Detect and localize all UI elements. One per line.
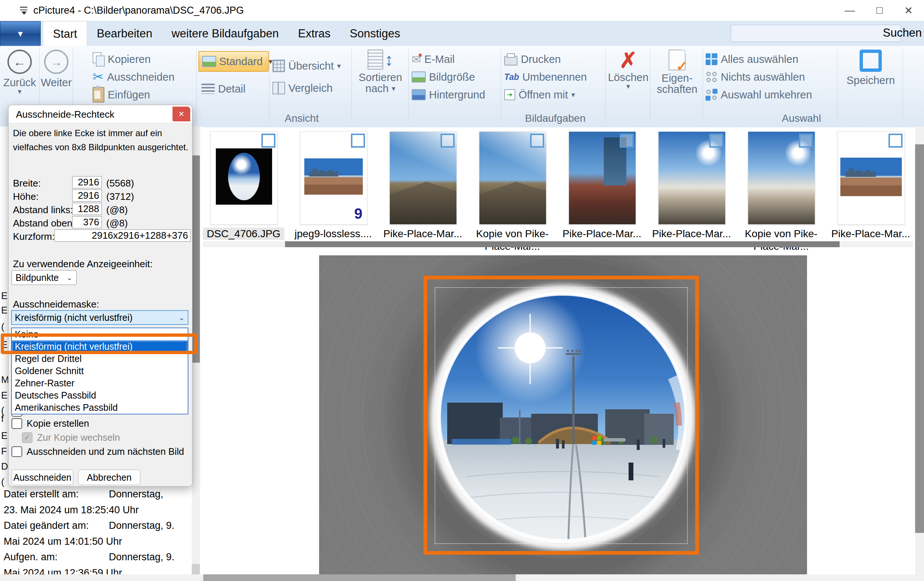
thumbnail-checkbox[interactable]	[530, 133, 544, 148]
picture-icon	[412, 71, 426, 82]
properties-button[interactable]: ✓ Eigen- schaften	[652, 49, 703, 95]
open-with-button[interactable]: ➜ Öffnen mit ▾	[504, 87, 575, 103]
thumbnail-pike-3[interactable]: Pike-Place-Mar...	[658, 132, 725, 240]
mask-option-drittel[interactable]: Regel der Drittel	[12, 353, 188, 365]
ribbon-separator	[650, 49, 650, 123]
copy-button[interactable]: Kopieren	[92, 51, 151, 67]
thumbnail-dsc4706[interactable]: DSC_4706.JPG	[210, 132, 277, 240]
crop-rectangle[interactable]	[424, 276, 699, 555]
back-button[interactable]: ← Zurück ▾	[0, 49, 39, 95]
close-icon[interactable]: ✕	[904, 5, 913, 16]
mask-combobox[interactable]: Kreisförmig (nicht verlustfrei) ⌄	[11, 310, 188, 325]
forward-label: Weiter	[41, 77, 71, 88]
mask-option-goldener-schnitt[interactable]: Goldener Schnitt	[12, 365, 188, 377]
ribbon-separator	[605, 49, 606, 123]
cut-button[interactable]: ✂ Ausschneiden	[92, 69, 174, 85]
main-vertical-scrollbar[interactable]	[915, 127, 924, 574]
app-menu-button[interactable]: ▼	[0, 21, 41, 47]
mask-option-amerikanisches-passbild[interactable]: Amerikanisches Passbild	[12, 402, 188, 414]
offset-left-field[interactable]	[72, 203, 102, 215]
thumbnail-kopie-1[interactable]: Kopie von Pike-Place-Mar...	[479, 132, 546, 253]
offset-top-field[interactable]	[72, 216, 102, 228]
checkbox-icon[interactable]	[12, 418, 22, 429]
mask-option-keine[interactable]: Keine	[12, 328, 188, 341]
checkbox-zur-kopie-wechseln[interactable]: ✓ Zur Kopie wechseln	[22, 431, 120, 444]
email-button[interactable]: ✉ E-Mail	[412, 51, 455, 67]
thumbnail-pike-2[interactable]: Pike-Place-Mar...	[569, 132, 635, 240]
main-horizontal-scrollbar-thumb[interactable]	[203, 574, 516, 581]
save-button[interactable]: Speichern	[840, 49, 902, 86]
mask-option-deutsches-passbild[interactable]: Deutsches Passbild	[12, 389, 188, 402]
search-area: Suchen	[728, 21, 924, 46]
view-overview-button[interactable]: Übersicht ▾	[272, 58, 341, 74]
view-standard-button[interactable]: Standard ▾	[198, 51, 269, 72]
crop-confirm-button[interactable]: Ausschneiden	[12, 470, 73, 485]
info-panel-scrollbar-thumb[interactable]	[192, 155, 200, 363]
thumbnail-kopie-2[interactable]: Kopie von Pike-Place-Mar...	[748, 132, 814, 253]
tab-start[interactable]: Start	[43, 21, 87, 46]
view-compare-button[interactable]: Vergleich	[272, 80, 332, 96]
thumbnail-scrollbar[interactable]	[203, 241, 913, 247]
tab-extras[interactable]: Extras	[289, 21, 340, 46]
search-input[interactable]	[731, 25, 901, 42]
height-field[interactable]	[72, 189, 102, 202]
mask-option-kreisfoermig[interactable]: Kreisförmig (nicht verlustfrei)	[12, 341, 188, 353]
main-horizontal-scrollbar[interactable]	[0, 574, 924, 581]
open-with-icon: ➜	[504, 89, 515, 100]
dialog-intro-line2: vielfaches von 8x8 Bildpunkten ausgerich…	[13, 142, 188, 153]
tab-sonstiges[interactable]: Sonstiges	[340, 21, 410, 46]
unit-select[interactable]: Bildpunkte ⌄	[12, 270, 77, 285]
thumbnail-checkbox[interactable]	[441, 133, 455, 148]
thumbnail-jpeg9[interactable]: 9 jpeg9-lossless....	[300, 132, 366, 240]
width-field[interactable]	[72, 176, 102, 188]
mask-option-zehner-raster[interactable]: Zehner-Raster	[12, 377, 188, 389]
checkbox-checked-icon[interactable]: ✓	[22, 432, 33, 443]
thumbnail-pike-1[interactable]: Pike-Place-Mar...	[389, 132, 456, 240]
standard-label: Standard	[219, 56, 263, 68]
search-button[interactable]: Suchen	[883, 26, 922, 40]
cancel-button[interactable]: Abbrechen	[78, 470, 140, 485]
tab-weitere-bildaufgaben[interactable]: weitere Bildaufgaben	[162, 21, 289, 46]
image-size-button[interactable]: Bildgröße	[412, 69, 475, 85]
select-none-button[interactable]: Nichts auswählen	[706, 69, 805, 85]
scissors-icon: ✂	[92, 69, 104, 85]
checkbox-naechstes-bild[interactable]: Ausschneiden und zum nächsten Bild	[12, 445, 184, 458]
maximize-icon[interactable]: □	[877, 5, 883, 16]
list-lines-icon	[201, 84, 215, 94]
select-all-icon	[706, 53, 718, 65]
paste-label: Einfügen	[108, 89, 150, 101]
background-button[interactable]: Hintergrund	[412, 87, 485, 103]
thumbnail-label: jpeg9-lossless....	[285, 227, 381, 240]
standard-caret-icon[interactable]: ▾	[266, 57, 272, 66]
shortform-field[interactable]	[54, 229, 191, 242]
minimize-icon[interactable]: —	[845, 5, 855, 16]
print-button[interactable]: Drucken	[504, 51, 561, 67]
info-panel-scrollbar[interactable]	[192, 127, 200, 574]
dialog-close-icon[interactable]: ✕	[173, 107, 190, 122]
dialog-header[interactable]: Ausschneide-Rechteck ✕	[8, 105, 192, 123]
paste-button[interactable]: Einfügen	[92, 87, 150, 103]
thumbnail-checkbox[interactable]	[799, 133, 813, 148]
open-with-label: Öffnen mit	[519, 89, 568, 101]
invert-selection-button[interactable]: Auswahl umkehren	[706, 87, 812, 103]
tab-bearbeiten[interactable]: Bearbeiten	[87, 21, 162, 46]
thumbnail-checkbox[interactable]	[620, 133, 634, 148]
height-label: Höhe:	[13, 191, 38, 202]
main-vertical-scrollbar-thumb[interactable]	[915, 144, 924, 533]
thumbnail-checkbox[interactable]	[709, 133, 723, 148]
checkbox-icon[interactable]	[12, 446, 22, 457]
select-all-button[interactable]: Alles auswählen	[706, 51, 799, 67]
group-label-bildaufgaben: Bildaufgaben	[525, 112, 585, 124]
occluded-text-fragment: E	[1, 339, 7, 351]
delete-button[interactable]: ✗ Löschen ▾	[606, 49, 650, 90]
sort-button[interactable]: ↕ Sortieren nach ▾	[353, 49, 407, 94]
thumbnail-checkbox[interactable]	[261, 133, 276, 148]
thumbnail-checkbox[interactable]	[888, 133, 903, 148]
checkbox-kopie-erstellen[interactable]: Kopie erstellen	[12, 417, 89, 430]
thumbnail-scrollbar-thumb[interactable]	[285, 241, 840, 247]
thumbnail-pike-4[interactable]: Pike-Place-Mar...	[837, 132, 904, 240]
forward-button[interactable]: → Weiter	[39, 49, 73, 88]
view-detail-button[interactable]: Detail	[201, 81, 246, 97]
rename-button[interactable]: Tab Umbenennen	[504, 69, 587, 85]
thumbnail-checkbox[interactable]	[351, 133, 365, 148]
